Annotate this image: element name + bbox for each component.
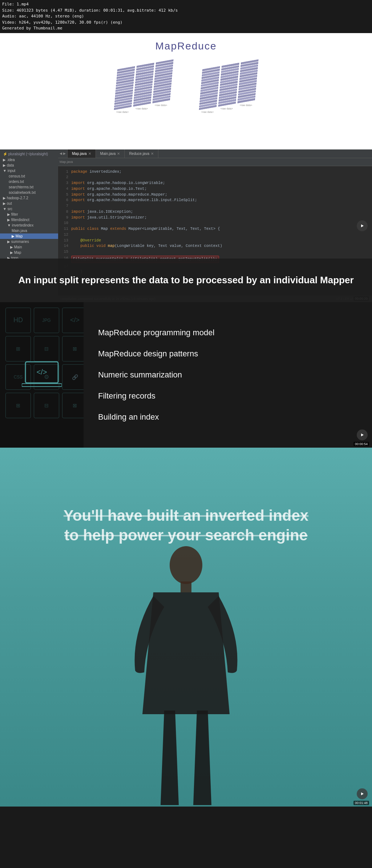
ide-sidebar-title: ⚡ pluralsight (~/pluralsight) xyxy=(0,151,58,157)
sidebar-item-census[interactable]: census.txt xyxy=(0,173,58,179)
sidebar-item-socialnetwork[interactable]: socialnetwork.txt xyxy=(0,190,58,195)
course-timestamp: 00:00:54 xyxy=(353,442,369,446)
course-item-2[interactable]: MapReduce design patterns xyxy=(98,345,357,363)
stack-left-1: <raw data> xyxy=(114,66,135,115)
course-item-5[interactable]: Building an index xyxy=(98,408,357,426)
sidebar-item-main[interactable]: ▶ Main xyxy=(0,244,58,250)
ide-section: ⚡ pluralsight (~/pluralsight) ▶ .idea ▶ … xyxy=(0,149,372,302)
ide-tabs: ◀▶ Map.java ✕ Main.java ✕ Reduce.java ✕ xyxy=(58,149,372,158)
ide-section-wrapper: ⚡ pluralsight (~/pluralsight) ▶ .idea ▶ … xyxy=(0,149,372,302)
laptop-center-icon: </> xyxy=(22,358,62,392)
sidebar-item-summaries[interactable]: ▶ summaries xyxy=(0,239,58,244)
stack-right-3: <raw data> xyxy=(237,59,259,108)
toolbar-breadcrumb: Map.java xyxy=(60,160,73,164)
svg-rect-2 xyxy=(22,384,62,387)
file-info-line3: Audio: aac, 44100 Hz, stereo (eng) xyxy=(2,13,370,20)
sidebar-item-orders[interactable]: orders.txt xyxy=(0,179,58,184)
file-info-line1: File: 1.mp4 xyxy=(2,1,370,8)
sidebar-item-input[interactable]: ▼ input xyxy=(0,168,58,173)
file-info-line5: Generated by Thumbnail.me xyxy=(2,25,370,32)
ide-toolbar: Map.java xyxy=(58,158,372,166)
course-play-button[interactable] xyxy=(357,429,368,440)
tab-main-java[interactable]: Main.java ✕ xyxy=(96,149,125,158)
course-item-3[interactable]: Numeric summarization xyxy=(98,366,357,384)
presenter-title-text: You'll have built an inverted index to h… xyxy=(19,506,353,545)
sidebar-item-src[interactable]: ▼ src xyxy=(0,206,58,212)
ide-overlay-text: An input split represents the data to be… xyxy=(4,273,368,287)
play-icon xyxy=(361,224,364,227)
mapreduce-title: MapReduce xyxy=(0,40,372,52)
sidebar-item-idea[interactable]: ▶ .idea xyxy=(0,157,58,163)
sidebar-item-filterdistinct[interactable]: ▶ filterdistinct xyxy=(0,217,58,223)
presenter-play-button[interactable] xyxy=(357,788,368,799)
tab-reduce-java[interactable]: Reduce.java ✕ xyxy=(125,149,158,158)
course-item-1[interactable]: MapReduce programming model xyxy=(98,324,357,342)
file-info-line2: Size: 4691323 bytes (4.47 MiB), duration… xyxy=(2,8,370,14)
presenter-title-line1: You'll have built an inverted index xyxy=(19,506,353,526)
file-info-line4: Video: h264, yuv420p, 1280x720, 30.00 fp… xyxy=(2,20,370,26)
ide-overlay: An input split represents the data to be… xyxy=(0,259,372,302)
stack-right-1: <raw data> xyxy=(199,66,220,115)
course-section-wrapper: HD JPG </> ⊞ ⊟ ⊠ CSS ⚙ 🔗 ⊞ ⊟ ⊠ xyxy=(0,302,372,448)
sidebar-item-out[interactable]: ▶ out xyxy=(0,201,58,206)
presenter-section: You'll have built an inverted index to h… xyxy=(0,448,372,807)
course-play-icon xyxy=(361,433,364,436)
tab-map-java[interactable]: Map.java ✕ xyxy=(68,149,96,158)
course-section: HD JPG </> ⊞ ⊟ ⊠ CSS ⚙ 🔗 ⊞ ⊟ ⊠ xyxy=(0,302,372,448)
course-content: MapReduce programming model MapReduce de… xyxy=(84,302,372,448)
ide-play-button[interactable] xyxy=(357,220,368,231)
stack-left-3: <raw data> xyxy=(152,59,174,108)
stack-left-2: <raw data> xyxy=(133,63,154,111)
svg-text:</>: </> xyxy=(37,368,47,376)
course-item-4[interactable]: Filtering records xyxy=(98,387,357,405)
file-info-bar: File: 1.mp4 Size: 4691323 bytes (4.47 Mi… xyxy=(0,0,372,33)
sidebar-item-data[interactable]: ▶ data xyxy=(0,163,58,168)
sidebar-item-mainjava[interactable]: Main.java xyxy=(0,228,58,233)
sidebar-item-map2[interactable]: ▶ Map xyxy=(0,250,58,255)
presenter-timestamp: 00:01:48 xyxy=(353,801,369,805)
sidebar-item-map[interactable]: ▶ Map xyxy=(0,233,58,239)
presenter-play-icon xyxy=(361,792,364,795)
course-icons-panel: HD JPG </> ⊞ ⊟ ⊠ CSS ⚙ 🔗 ⊞ ⊟ ⊠ xyxy=(0,302,84,448)
sidebar-item-searchterms[interactable]: searchterms.txt xyxy=(0,184,58,190)
presenter-title-line2: to help power your search engine xyxy=(19,525,353,545)
mapreduce-section: MapReduce xyxy=(0,33,372,149)
svg-rect-4 xyxy=(181,581,191,592)
svg-point-3 xyxy=(170,546,202,584)
presenter-silhouette xyxy=(124,532,248,807)
mapreduce-diagram: <raw data> xyxy=(0,57,372,109)
stack-right-2: <raw data> xyxy=(218,63,239,111)
ide-nav-area: ◀▶ xyxy=(58,149,68,158)
sidebar-item-invertedindex[interactable]: ▼ invertedindex xyxy=(0,223,58,228)
sidebar-item-filter[interactable]: ▶ filter xyxy=(0,212,58,217)
sidebar-item-hadoop[interactable]: ▶ hadoop-2.7.2 xyxy=(0,195,58,201)
